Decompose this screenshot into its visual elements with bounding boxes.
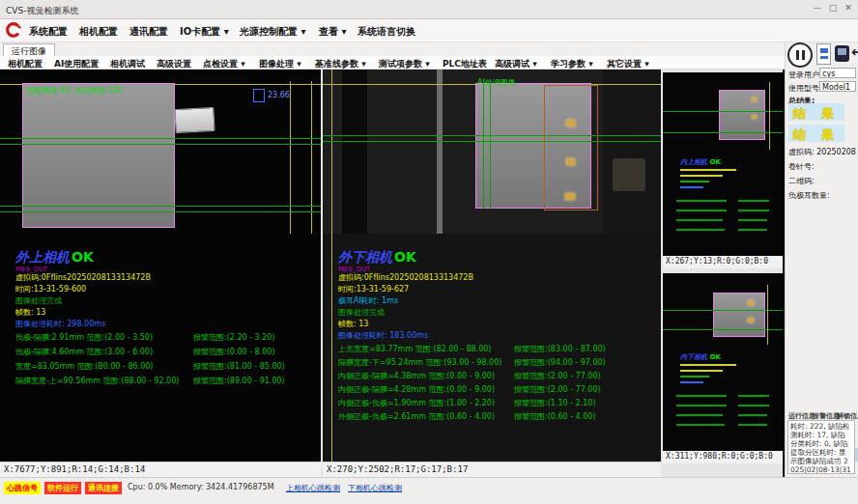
monitor-icon bbox=[838, 48, 846, 55]
camera4-view[interactable]: 内下相机 OK bbox=[663, 273, 783, 451]
menu-view[interactable]: 查看 ▾ bbox=[319, 25, 347, 39]
ruler-line bbox=[769, 82, 770, 150]
menu-camera-config[interactable]: 相机配置 bbox=[79, 25, 118, 39]
camera2-name: 外下相机 bbox=[338, 249, 392, 265]
camera3-ok-flag: OK bbox=[709, 158, 720, 166]
login-user-label: 登录用户: bbox=[788, 70, 822, 80]
exit-button[interactable]: ↩ bbox=[851, 43, 858, 61]
text-line-bar bbox=[676, 229, 725, 231]
text-line-bar bbox=[680, 376, 709, 378]
text-line-bar bbox=[738, 219, 767, 221]
measure-value-tag: 23.66 bbox=[268, 91, 290, 99]
measurement-text: 宽度=83.05mm 范围:(80.00 - 86.00) bbox=[15, 361, 153, 372]
measurement-row: 内侧正极-隔膜=4.38mm 范围:(0.00 - 9.00) 报警范围:(2.… bbox=[323, 371, 661, 382]
measurement-text: 隔膜宽度-上=90.56mm 范围:(88.00 - 92.00) bbox=[15, 376, 179, 386]
result-text-1: 结 果 bbox=[793, 106, 841, 121]
measurement-row: 内侧正极-隔膜=4.28mm 范围:(0.00 - 9.00) 报警范围:(2.… bbox=[323, 384, 661, 396]
reel-number-label: 卷针号: bbox=[788, 161, 815, 172]
camera4-ok-flag: OK bbox=[709, 353, 720, 361]
frame-count-line: 帧数: 13 bbox=[338, 319, 368, 329]
measurement-text: 内侧正极-负极=1.90mm 范围:(1.00 - 2.20) bbox=[338, 398, 495, 408]
camera4-cursor-status: X:311;Y:980;R:0;G:0;B:0 bbox=[663, 451, 783, 463]
alarm-range-text: 报警范围:(94.00 - 97.00) bbox=[514, 357, 606, 368]
menu-system-config[interactable]: 系统配置 bbox=[29, 25, 68, 39]
camera2-view[interactable]: AI处理图像 外下相机OK MES_OUT 虚拟码:0FfIins2025020… bbox=[323, 70, 661, 462]
ruler-line bbox=[767, 285, 768, 345]
control-panel: ↩ 登录用户: cys 使用型号: Model1 总结果: 结 果 结 果 虚拟… bbox=[785, 42, 858, 477]
camera2-cursor-status: X:270;Y:2502;R:17;G:17;B:17 bbox=[323, 462, 661, 477]
camera1-view[interactable]: 匹配阈值:93, 动态阈值:100 23.66 外上相机OK MES_OUT 虚… bbox=[0, 70, 321, 462]
menu-bar: 系统配置 相机配置 通讯配置 IO卡配置 ▾ 光源控制配置 ▾ 查看 ▾ 系统语… bbox=[0, 19, 858, 42]
model-field[interactable]: Model1 bbox=[819, 81, 856, 92]
text-line-bar bbox=[676, 414, 723, 416]
measure-line bbox=[323, 135, 661, 136]
login-user-field[interactable]: cys bbox=[819, 68, 856, 78]
tab-glint bbox=[565, 193, 575, 200]
text-line-bar bbox=[738, 395, 769, 397]
main-view-area: 匹配阈值:93, 动态阈值:100 23.66 外上相机OK MES_OUT 虚… bbox=[0, 70, 785, 477]
camera1-ok-flag: OK bbox=[70, 249, 94, 265]
measure-line bbox=[0, 206, 321, 207]
time-line: 时间:13-31-59-627 bbox=[338, 284, 409, 294]
alarm-range-text: 报警范围:(1.10 - 2.10) bbox=[514, 398, 596, 408]
tab-glint bbox=[752, 115, 757, 119]
menu-comm-config[interactable]: 通讯配置 bbox=[129, 25, 168, 39]
text-line-bar bbox=[738, 424, 767, 426]
upper-camera-heartbeat-link[interactable]: 上相机心跳检测 bbox=[286, 483, 340, 493]
measurement-row: 宽度=83.05mm 范围:(80.00 - 86.00) 报警范围:(81.0… bbox=[0, 361, 321, 373]
text-line-bar bbox=[738, 414, 767, 416]
keyboard-button[interactable] bbox=[816, 43, 831, 65]
run-log-box[interactable]: 耗时: 222, 缺陷检测耗时: 17, 缺陷分类耗时: 0, 缺陷提取分区耗时… bbox=[787, 420, 855, 474]
model-label: 使用型号: bbox=[788, 83, 822, 94]
measurement-row: 负极-隔膜:2.91mm 范围:(2.00 - 3.50) 报警范围:(2.20… bbox=[0, 332, 321, 344]
pause-icon bbox=[802, 50, 805, 60]
tab-strip: 运行图像 bbox=[0, 42, 858, 56]
window-title: CVS-视觉检测系统 bbox=[6, 5, 78, 17]
comm-link-badge: 通讯连接 bbox=[85, 482, 122, 494]
text-line-bar bbox=[738, 405, 769, 406]
camera2-result-title: 外下相机OK bbox=[338, 249, 416, 266]
measurement-row: 外侧正极-负极=2.61mm 范围:(0.60 - 4.00) 报警范围:(0.… bbox=[323, 411, 661, 423]
text-line-bar bbox=[680, 381, 703, 383]
keyboard-icon bbox=[820, 48, 828, 53]
measurement-text: 上壳宽度=83.77mm 范围:(82.00 - 88.00) bbox=[338, 344, 491, 354]
maximize-button[interactable]: ▢ bbox=[825, 3, 841, 13]
measurement-row: 隔膜宽度-下=95.24mm 范围:(93.00 - 98.00) 报警范围:(… bbox=[323, 357, 661, 369]
machine-edge bbox=[437, 70, 443, 234]
camera3-view[interactable]: 内上相机 OK bbox=[663, 72, 783, 256]
text-line-bar bbox=[738, 210, 769, 211]
measure-line bbox=[663, 310, 783, 311]
tab-glint bbox=[566, 120, 575, 126]
menu-language-switch[interactable]: 系统语言切换 bbox=[358, 25, 415, 39]
text-line-bar bbox=[676, 219, 723, 221]
menu-light-config[interactable]: 光源控制配置 ▾ bbox=[240, 25, 306, 39]
camera1-name: 外上相机 bbox=[15, 249, 70, 265]
close-button[interactable]: ✕ bbox=[841, 3, 856, 13]
monitor-button[interactable] bbox=[835, 45, 849, 62]
measure-line bbox=[323, 141, 661, 142]
camera3-cursor-status: X:267;Y:13;R:0;G:0;B:0 bbox=[663, 256, 783, 268]
application-window: CVS-视觉检测系统 — ▢ ✕ 系统配置 相机配置 通讯配置 IO卡配置 ▾ … bbox=[0, 0, 858, 504]
machine-column bbox=[603, 70, 661, 234]
text-line-bar bbox=[680, 169, 736, 171]
measurement-row: 上壳宽度=83.77mm 范围:(82.00 - 88.00) 报警范围:(83… bbox=[323, 344, 661, 355]
menu-io-config[interactable]: IO卡配置 ▾ bbox=[180, 25, 229, 39]
alarm-range-text: 报警范围:(2.00 - 77.00) bbox=[514, 371, 601, 381]
tab-glint bbox=[748, 300, 754, 305]
lower-camera-heartbeat-link[interactable]: 下相机心跳检测 bbox=[348, 483, 402, 493]
frame-count-line: 帧数: 13 bbox=[15, 307, 45, 318]
tab-glint bbox=[748, 318, 754, 322]
text-line-bar bbox=[680, 175, 723, 177]
minimize-button[interactable]: — bbox=[810, 3, 825, 13]
pause-button[interactable] bbox=[787, 42, 813, 68]
text-line-bar bbox=[676, 210, 727, 211]
mini-camera-column: 内上相机 OK X:267;Y:13;R:0;G:0;B:0 bbox=[663, 70, 783, 477]
text-line-bar bbox=[680, 364, 736, 366]
tab-run-image[interactable]: 运行图像 bbox=[3, 43, 55, 56]
measure-line bbox=[663, 329, 783, 330]
measure-line bbox=[0, 211, 321, 212]
alarm-range-text: 报警范围:(89.00 - 91.00) bbox=[193, 376, 285, 386]
measurement-text: 内侧正极-隔膜=4.28mm 范围:(0.00 - 9.00) bbox=[338, 384, 495, 395]
virtual-code-line: 虚拟码:0FfIins2025020813313472B bbox=[15, 272, 151, 283]
alarm-range-text: 报警范围:(0.60 - 4.00) bbox=[514, 411, 596, 422]
